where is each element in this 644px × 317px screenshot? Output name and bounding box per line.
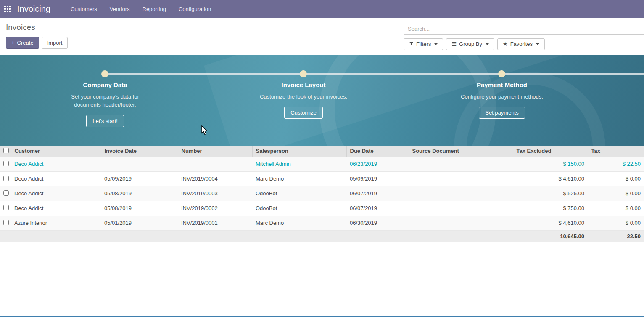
- cell-salesperson: Marc Demo: [252, 171, 346, 186]
- control-panel: Invoices + Create Import Filters ☰ Grou: [0, 18, 644, 55]
- group-by-button-label: Group By: [459, 41, 482, 48]
- cell-tax: $ 0.00: [588, 201, 644, 216]
- cell-tax: $ 0.00: [588, 171, 644, 186]
- cell-tax: $ 0.00: [588, 216, 644, 230]
- cell-tax: $ 0.00: [588, 186, 644, 201]
- lets-start-button[interactable]: Let's start!: [86, 115, 124, 127]
- column-header-number[interactable]: Number: [178, 146, 252, 157]
- step-title: Company Data: [38, 81, 172, 88]
- cell-customer: Deco Addict: [11, 157, 101, 171]
- import-button[interactable]: Import: [42, 37, 68, 49]
- customize-button[interactable]: Customize: [284, 107, 322, 119]
- column-header-tax-excluded[interactable]: Tax Excluded: [513, 146, 588, 157]
- onboarding-timeline: [105, 73, 644, 75]
- cell-customer: Deco Addict: [11, 186, 101, 201]
- app-title: Invoicing: [17, 4, 50, 14]
- column-header-invoice-date[interactable]: Invoice Date: [101, 146, 178, 157]
- row-checkbox[interactable]: [3, 190, 9, 196]
- cell-due-date: 05/09/2019: [346, 171, 409, 186]
- menu-item-reporting[interactable]: Reporting: [143, 6, 166, 12]
- total-tax: 22.50: [588, 230, 644, 242]
- group-by-button[interactable]: ☰ Group By: [446, 38, 494, 50]
- chevron-down-icon: [486, 43, 489, 45]
- cell-tax-excluded: $ 150.00: [513, 157, 588, 171]
- cell-invoice-date: 05/08/2019: [101, 201, 178, 216]
- cell-source-document: [409, 157, 513, 171]
- timeline-dot: [498, 70, 505, 77]
- favorites-button[interactable]: ★ Favorites: [497, 38, 545, 50]
- step-description: Set your company's data for documents he…: [60, 93, 150, 109]
- cell-due-date: 06/30/2019: [346, 216, 409, 230]
- star-icon: ★: [503, 41, 508, 48]
- column-header-due-date[interactable]: Due Date: [346, 146, 409, 157]
- import-button-label: Import: [47, 40, 63, 46]
- cell-due-date: 06/07/2019: [346, 186, 409, 201]
- timeline-dot: [101, 70, 108, 77]
- step-description: Customize the look of your invoices.: [259, 93, 349, 101]
- chevron-down-icon: [434, 43, 438, 45]
- row-checkbox[interactable]: [3, 176, 9, 181]
- onboarding-banner: Company Data Set your company's data for…: [0, 55, 644, 146]
- filters-button-label: Filters: [416, 41, 431, 48]
- cell-salesperson: Mitchell Admin: [252, 157, 346, 171]
- column-header-source-document[interactable]: Source Document: [409, 146, 513, 157]
- timeline-dot: [300, 70, 307, 77]
- chevron-down-icon: [536, 43, 539, 45]
- menu-item-configuration[interactable]: Configuration: [179, 6, 211, 12]
- table-row[interactable]: Azure Interior 05/01/2019 INV/2019/0001 …: [0, 216, 644, 230]
- top-navbar: Invoicing Customers Vendors Reporting Co…: [0, 0, 644, 18]
- table-row[interactable]: Deco Addict Mitchell Admin 06/23/2019 $ …: [0, 157, 644, 171]
- cell-salesperson: Marc Demo: [252, 216, 346, 230]
- table-row[interactable]: Deco Addict 05/08/2019 INV/2019/0002 Odo…: [0, 201, 644, 216]
- favorites-button-label: Favorites: [510, 41, 533, 48]
- cell-salesperson: OdooBot: [252, 201, 346, 216]
- cell-invoice-date: [101, 157, 178, 171]
- cell-due-date: 06/07/2019: [346, 201, 409, 216]
- cell-tax-excluded: $ 750.00: [513, 201, 588, 216]
- cell-number: INV/2019/0004: [178, 171, 252, 186]
- step-title: Payment Method: [435, 81, 569, 88]
- cell-number: INV/2019/0003: [178, 186, 252, 201]
- cell-source-document: [409, 216, 513, 230]
- create-button-label: Create: [17, 40, 34, 46]
- cell-customer: Azure Interior: [11, 216, 101, 230]
- column-header-customer[interactable]: Customer: [11, 146, 101, 157]
- table-row[interactable]: Deco Addict 05/08/2019 INV/2019/0003 Odo…: [0, 186, 644, 201]
- filters-button[interactable]: Filters: [404, 38, 443, 50]
- row-checkbox[interactable]: [3, 161, 9, 166]
- totals-row: 10,645.00 22.50: [0, 230, 644, 242]
- cell-customer: Deco Addict: [11, 171, 101, 186]
- column-header-tax[interactable]: Tax: [588, 146, 644, 157]
- plus-icon: +: [11, 40, 15, 46]
- create-button[interactable]: + Create: [6, 37, 39, 49]
- step-description: Configure your payment methods.: [457, 93, 547, 101]
- invoices-table: Customer Invoice Date Number Salesperson…: [0, 146, 644, 242]
- table-header-row: Customer Invoice Date Number Salesperson…: [0, 146, 644, 157]
- cell-invoice-date: 05/08/2019: [101, 186, 178, 201]
- cell-customer: Deco Addict: [11, 201, 101, 216]
- total-tax-excluded: 10,645.00: [513, 230, 588, 242]
- navbar-menu: Customers Vendors Reporting Configuratio…: [71, 6, 211, 12]
- select-all-checkbox[interactable]: [3, 148, 9, 153]
- cell-tax-excluded: $ 4,610.00: [513, 171, 588, 186]
- cell-source-document: [409, 171, 513, 186]
- search-input[interactable]: [404, 23, 644, 35]
- set-payments-button[interactable]: Set payments: [479, 107, 525, 119]
- cell-tax: $ 22.50: [588, 157, 644, 171]
- menu-item-customers[interactable]: Customers: [71, 6, 97, 12]
- cell-salesperson: OdooBot: [252, 186, 346, 201]
- filter-funnel-icon: [409, 41, 414, 48]
- menu-item-vendors[interactable]: Vendors: [110, 6, 130, 12]
- row-checkbox[interactable]: [3, 205, 9, 210]
- cell-source-document: [409, 201, 513, 216]
- onboarding-step-invoice-layout: Invoice Layout Customize the look of you…: [236, 81, 371, 119]
- row-checkbox[interactable]: [3, 220, 9, 225]
- table-row[interactable]: Deco Addict 05/09/2019 INV/2019/0004 Mar…: [0, 171, 644, 186]
- apps-grid-icon[interactable]: [4, 6, 11, 12]
- cell-number: [178, 157, 252, 171]
- cell-number: INV/2019/0001: [178, 216, 252, 230]
- step-title: Invoice Layout: [236, 81, 371, 88]
- cell-source-document: [409, 186, 513, 201]
- column-header-salesperson[interactable]: Salesperson: [252, 146, 346, 157]
- cell-number: INV/2019/0002: [178, 201, 252, 216]
